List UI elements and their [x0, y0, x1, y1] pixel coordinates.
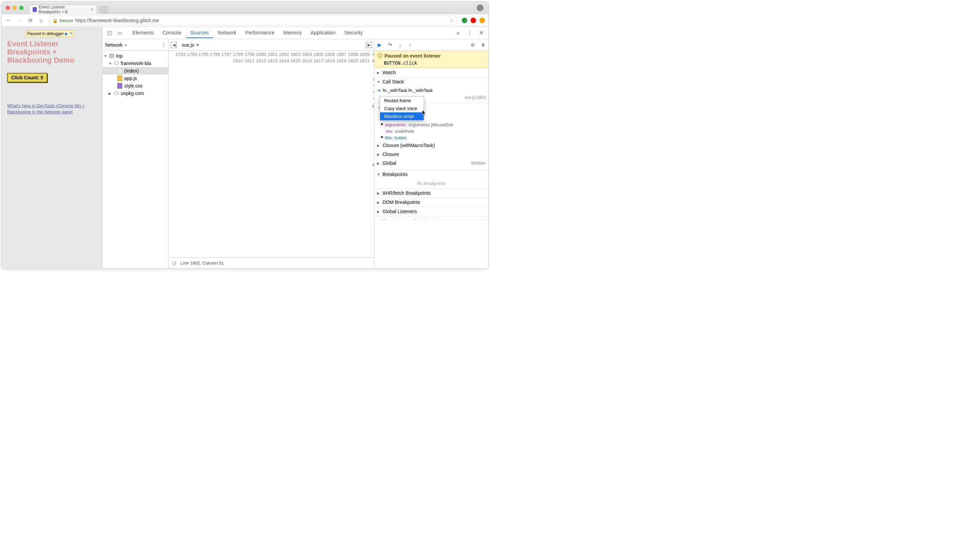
pause-exceptions-button[interactable]: ⏸ [479, 42, 486, 48]
back-button[interactable]: ← [5, 17, 12, 23]
home-button[interactable]: ⌂ [38, 17, 45, 23]
section-dom-breakpoints[interactable]: ▶DOM Breakpoints [374, 198, 488, 207]
tree-origin[interactable]: ▼framework-bla [102, 60, 169, 67]
tab-application[interactable]: Application [307, 28, 339, 38]
tree-file-index[interactable]: (index) [102, 67, 169, 75]
paused-message: ⓘPaused on event listener BUTTON.click [374, 51, 488, 68]
scope-closure2[interactable]: ▶Closure [374, 150, 488, 159]
ctx-copy-stack-trace[interactable]: Copy stack trace [380, 104, 423, 112]
close-file-icon[interactable]: × [196, 42, 199, 48]
secure-indicator: 🔒 Secure [52, 18, 73, 23]
more-panels-icon[interactable]: » [125, 42, 127, 47]
no-breakpoints-label: No breakpoints [374, 179, 488, 188]
nav-toggle-icon[interactable]: ◀ [171, 42, 177, 48]
page-content: Paused in debugger ▶ ↷ Event Listener Br… [2, 27, 102, 268]
inspect-icon[interactable]: ◰ [105, 29, 114, 37]
devtools: ◰ ▭ Elements Console Sources Network Per… [102, 27, 488, 268]
section-breakpoints[interactable]: ▼Breakpoints [374, 170, 488, 179]
maximize-window-icon[interactable] [19, 6, 23, 10]
extension-icons [462, 18, 485, 23]
debugger-pane: ▶ ↷ ↓ ↑ ⊘ ⏸ ⓘPaused on event listener BU… [374, 39, 488, 268]
click-count-button[interactable]: Click Count: 5 [7, 73, 47, 82]
navigator-header: Network » ⋮ [102, 39, 169, 51]
step-icon[interactable]: ↷ [70, 31, 73, 36]
editor-tabs: ◀ vue.js× ▶ [169, 39, 374, 51]
browser-window: Event Listener Breakpoints + B × ← → ⟳ ⌂… [2, 2, 488, 269]
extension-icon[interactable] [471, 18, 476, 23]
ctx-restart-frame[interactable]: Restart frame [380, 97, 423, 104]
minimize-window-icon[interactable] [13, 6, 17, 10]
debugger-controls: ▶ ↷ ↓ ↑ ⊘ ⏸ [374, 39, 488, 51]
frame-name: fn._withTask.fn._withTask [383, 88, 433, 93]
page-link[interactable]: What's New In DevTools (Chrome 66) > Bla… [7, 103, 97, 115]
cursor-position: Line 1802, Column 51 [180, 261, 224, 265]
tab-favicon [32, 7, 37, 12]
step-out-button[interactable]: ↑ [407, 42, 414, 48]
tab-elements[interactable]: Elements [128, 28, 158, 38]
device-icon[interactable]: ▭ [115, 29, 124, 37]
reload-button[interactable]: ⟳ [27, 17, 34, 24]
editor-tab-vuejs[interactable]: vue.js× [180, 41, 201, 49]
resume-icon[interactable]: ▶ [65, 31, 68, 36]
browser-tab[interactable]: Event Listener Breakpoints + B × [29, 5, 97, 14]
current-frame-icon: ➔ [377, 88, 381, 93]
extension-icon[interactable] [479, 18, 485, 23]
page-heading: Event Listener Breakpoints + Blackboxing… [7, 40, 97, 65]
tab-security[interactable]: Security [340, 28, 367, 38]
tab-memory[interactable]: Memory [279, 28, 306, 38]
line-gutter: 1793 1794 1795 1796 1797 1798 1799 1800 … [169, 51, 371, 257]
code-editor: ◀ vue.js× ▶ 1793 1794 1795 1796 1797 179… [169, 39, 374, 268]
paused-title: Paused on event listener [385, 53, 441, 59]
scope-var-this[interactable]: ▶this: button [374, 135, 488, 141]
cursor-icon [422, 110, 427, 116]
tab-title: Event Listener Breakpoints + B [39, 5, 87, 14]
tab-sources[interactable]: Sources [186, 28, 213, 38]
tree-top[interactable]: ▼top [102, 52, 169, 60]
resume-button[interactable]: ▶ [376, 42, 383, 48]
paused-overlay: Paused in debugger ▶ ↷ [26, 30, 75, 37]
tree-file-appjs[interactable]: app.js [102, 75, 169, 82]
tree-file-stylecss[interactable]: style.css [102, 82, 169, 90]
step-into-button[interactable]: ↓ [397, 42, 404, 48]
ctx-blackbox-script[interactable]: Blackbox script [380, 112, 423, 120]
format-icon[interactable]: {} [172, 261, 176, 266]
scope-closure1[interactable]: ▶Closure (withMacroTask) [374, 141, 488, 150]
extension-icon[interactable] [462, 18, 467, 23]
section-watch[interactable]: ▶Watch [374, 68, 488, 77]
context-menu: Restart frame Copy stack trace Blackbox … [380, 96, 424, 121]
settings-icon[interactable]: ⋮ [465, 29, 474, 37]
paused-detail: BUTTON.click [384, 60, 485, 66]
tab-performance[interactable]: Performance [241, 28, 279, 38]
scope-global[interactable]: ▶GlobalWindow [374, 159, 488, 168]
section-global-listeners[interactable]: ▶Global Listeners [374, 207, 488, 216]
scope-var-arguments[interactable]: ▶arguments: Arguments [MouseEve [374, 122, 488, 128]
navigator-menu-icon[interactable]: ⋮ [161, 42, 166, 47]
code-text[interactable]: // fallback to macro microTimerFunc = ma… [371, 51, 374, 257]
editor-footer: {} Line 1802, Column 51 [169, 257, 374, 268]
address-bar[interactable]: 🔒 Secure https://framework-blackboxing.g… [49, 16, 458, 25]
account-icon[interactable] [477, 5, 484, 11]
more-tabs-icon[interactable]: » [454, 29, 462, 37]
scope-var-res[interactable]: res: undefined [374, 128, 488, 135]
tab-network[interactable]: Network [214, 28, 240, 38]
step-over-button[interactable]: ↷ [386, 42, 393, 48]
stack-frame[interactable]: ➔ fn._withTask.fn._withTask [374, 87, 488, 94]
new-tab-button[interactable] [99, 6, 109, 13]
code-body[interactable]: 1793 1794 1795 1796 1797 1798 1799 1800 … [169, 51, 374, 257]
sources-navigator: Network » ⋮ ▼top ▼framework-bla (index) … [102, 39, 169, 268]
section-call-stack[interactable]: ▼Call Stack [374, 77, 488, 86]
frame-location: vue.js:1802 [465, 95, 485, 100]
section-xhr-breakpoints[interactable]: ▶XHR/fetch Breakpoints [374, 189, 488, 197]
close-window-icon[interactable] [6, 6, 10, 10]
close-tab-icon[interactable]: × [91, 7, 93, 12]
tree-cdn[interactable]: ▶unpkg.com [102, 90, 169, 97]
forward-button[interactable]: → [16, 17, 23, 23]
devtools-toolbar: ◰ ▭ Elements Console Sources Network Per… [102, 27, 488, 39]
deactivate-breakpoints-button[interactable]: ⊘ [469, 42, 476, 48]
tab-console[interactable]: Console [159, 28, 185, 38]
bookmark-icon[interactable]: ☆ [449, 18, 454, 23]
navigator-panel-label[interactable]: Network [105, 42, 122, 48]
close-devtools-icon[interactable]: ✕ [477, 29, 485, 37]
section-event-breakpoints[interactable]: ▶Event Listener Breakpoints [374, 216, 488, 220]
debugger-toggle-icon[interactable]: ▶ [366, 42, 372, 48]
